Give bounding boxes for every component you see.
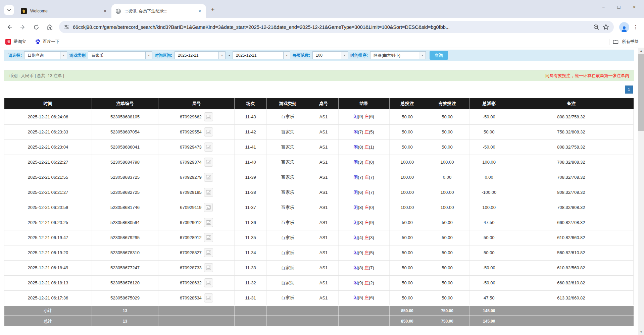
cell-table: AS1 bbox=[309, 290, 338, 305]
cell-time: 2025-12-21 06:19:20 bbox=[4, 245, 92, 260]
bookmark-star-icon[interactable] bbox=[603, 24, 609, 30]
video-replay-icon bbox=[206, 175, 211, 179]
video-replay-icon bbox=[206, 296, 211, 300]
reload-button[interactable] bbox=[30, 21, 42, 33]
table-row: 2025-12-21 06:20:59 523058681746 6709291… bbox=[4, 200, 634, 215]
scroll-down-icon[interactable]: ▼ bbox=[638, 329, 644, 335]
cell-total-bet[interactable]: 100.00 bbox=[389, 185, 425, 200]
scroll-up-icon[interactable]: ▲ bbox=[638, 48, 644, 54]
col-payout: 总派彩 bbox=[469, 98, 509, 109]
cell-total-bet[interactable]: 50.00 bbox=[389, 215, 425, 230]
banker-result: 庄(1) bbox=[364, 145, 374, 150]
cell-table: AS1 bbox=[309, 230, 338, 245]
video-replay-icon bbox=[206, 235, 211, 240]
chevron-down-icon[interactable]: ▾ bbox=[419, 52, 426, 59]
cell-bet-id: 523058675029 bbox=[92, 290, 158, 305]
chevron-down-icon[interactable]: ▾ bbox=[341, 52, 348, 59]
cell-total-bet[interactable]: 50.00 bbox=[389, 230, 425, 245]
game-kind-select[interactable]: 百家乐 ▾ bbox=[88, 51, 152, 59]
chevron-down-icon[interactable]: ▾ bbox=[60, 52, 67, 59]
maximize-button[interactable]: □ bbox=[611, 2, 627, 12]
cell-total-bet[interactable]: 50.00 bbox=[389, 275, 425, 290]
player-result: 闲(3) bbox=[353, 220, 363, 225]
date-range-label: 时间区间: bbox=[155, 53, 172, 58]
tab-title: :::视讯, 会员下注纪录::: bbox=[125, 8, 193, 14]
sort-select[interactable]: 降幂(由大到小) ▾ bbox=[370, 51, 426, 59]
video-replay-button[interactable] bbox=[204, 293, 213, 302]
chevron-down-icon[interactable]: ▾ bbox=[283, 52, 290, 59]
close-window-button[interactable]: × bbox=[627, 2, 642, 12]
table-row: 2025-12-21 06:18:49 523058677247 6709287… bbox=[4, 260, 634, 275]
video-replay-button[interactable] bbox=[204, 112, 213, 121]
cell-total-bet[interactable]: 50.00 bbox=[389, 139, 425, 155]
video-replay-button[interactable] bbox=[204, 188, 213, 197]
video-replay-button[interactable] bbox=[204, 158, 213, 167]
video-replay-button[interactable] bbox=[204, 248, 213, 257]
tilde-separator: ~ bbox=[228, 53, 230, 58]
cell-result: 闲(3) 庄(9) bbox=[338, 215, 389, 230]
forward-button[interactable] bbox=[17, 21, 29, 33]
video-replay-button[interactable] bbox=[204, 233, 213, 242]
query-type-select[interactable]: 日期查询 ▾ bbox=[24, 51, 67, 59]
close-tab-icon[interactable]: × bbox=[197, 8, 203, 14]
vertical-scrollbar[interactable]: ▲ ▼ bbox=[638, 48, 644, 335]
table-row: 2025-12-21 06:19:20 523058678310 6709288… bbox=[4, 245, 634, 260]
cell-total-bet[interactable]: 50.00 bbox=[389, 124, 425, 139]
table-row: 2025-12-21 06:22:27 523058684798 6709293… bbox=[4, 155, 634, 170]
video-replay-button[interactable] bbox=[204, 127, 213, 136]
cell-total-bet[interactable]: 50.00 bbox=[389, 290, 425, 305]
cell-result: 闲(3) 庄(0) bbox=[338, 155, 389, 170]
cell-total-bet[interactable]: 50.00 bbox=[389, 245, 425, 260]
video-replay-button[interactable] bbox=[204, 173, 213, 182]
tab-welcome[interactable]: Welcome × bbox=[17, 4, 111, 18]
video-replay-button[interactable] bbox=[204, 203, 213, 212]
cell-payout: 100.00 bbox=[469, 155, 509, 170]
zoom-indicator-icon[interactable] bbox=[593, 24, 599, 30]
cell-total-bet[interactable]: 100.00 bbox=[389, 170, 425, 185]
cell-total-bet[interactable]: 100.00 bbox=[389, 200, 425, 215]
video-replay-button[interactable] bbox=[204, 263, 213, 272]
cell-total-bet[interactable]: 100.00 bbox=[389, 155, 425, 170]
col-bet-id: 注单编号 bbox=[92, 98, 158, 109]
profile-avatar[interactable] bbox=[619, 22, 629, 32]
video-replay-button[interactable] bbox=[204, 143, 213, 152]
video-replay-button[interactable] bbox=[204, 278, 213, 287]
url-text[interactable]: 66cxkj98.com/game/betrecord_search/kind3… bbox=[73, 24, 590, 30]
cell-time: 2025-12-21 06:23:33 bbox=[4, 124, 92, 139]
bet-records-table: 时间 注单编号 局号 场次 游戏类别 桌号 结果 总投注 有效投注 总派彩 备注… bbox=[4, 98, 634, 326]
close-tab-icon[interactable]: × bbox=[102, 8, 108, 14]
tab-betrecord[interactable]: :::视讯, 会员下注纪录::: × bbox=[111, 4, 206, 18]
player-result: 闲(9) bbox=[353, 250, 363, 255]
page-button-1[interactable]: 1 bbox=[625, 86, 633, 94]
tab-search-button[interactable] bbox=[4, 5, 14, 15]
minimize-button[interactable]: − bbox=[596, 2, 611, 12]
bookmark-baidu[interactable]: 百度一下 bbox=[35, 39, 60, 45]
cell-valid-bet: 50.00 bbox=[425, 124, 469, 139]
cell-bet-id: 523058686041 bbox=[92, 139, 158, 155]
table-row: 2025-12-21 06:21:27 523058682725 6709291… bbox=[4, 185, 634, 200]
home-button[interactable] bbox=[44, 21, 56, 33]
date-end-select[interactable]: 2025-12-21 ▾ bbox=[233, 51, 290, 59]
cell-time: 2025-12-21 06:21:55 bbox=[4, 170, 92, 185]
per-page-select[interactable]: 100 ▾ bbox=[312, 51, 348, 59]
per-page-label: 每页笔数: bbox=[293, 53, 310, 58]
cell-bet-id: 523058680594 bbox=[92, 215, 158, 230]
video-replay-button[interactable] bbox=[204, 218, 213, 227]
cell-payout: -50.00 bbox=[469, 139, 509, 155]
scrollbar-thumb[interactable] bbox=[638, 54, 644, 131]
bookmark-taobao[interactable]: 淘 爱淘宝 bbox=[5, 39, 26, 45]
search-button[interactable]: 查询 bbox=[430, 51, 448, 60]
cell-bet-id: 523058688105 bbox=[92, 109, 158, 124]
date-start-select[interactable]: 2025-12-21 ▾ bbox=[175, 51, 226, 59]
chevron-down-icon[interactable]: ▾ bbox=[145, 52, 152, 59]
menu-kebab-icon[interactable]: ⋮ bbox=[631, 22, 641, 32]
address-bar[interactable]: 66cxkj98.com/game/betrecord_search/kind3… bbox=[59, 21, 614, 33]
chevron-down-icon[interactable]: ▾ bbox=[218, 52, 225, 59]
cell-total-bet[interactable]: 50.00 bbox=[389, 109, 425, 124]
all-bookmarks[interactable]: 所有书签 bbox=[609, 39, 639, 45]
cell-total-bet[interactable]: 50.00 bbox=[389, 260, 425, 275]
tune-icon[interactable] bbox=[64, 24, 69, 30]
new-tab-button[interactable]: + bbox=[208, 5, 217, 14]
back-button[interactable] bbox=[3, 21, 15, 33]
cell-time: 2025-12-21 06:17:36 bbox=[4, 290, 92, 305]
